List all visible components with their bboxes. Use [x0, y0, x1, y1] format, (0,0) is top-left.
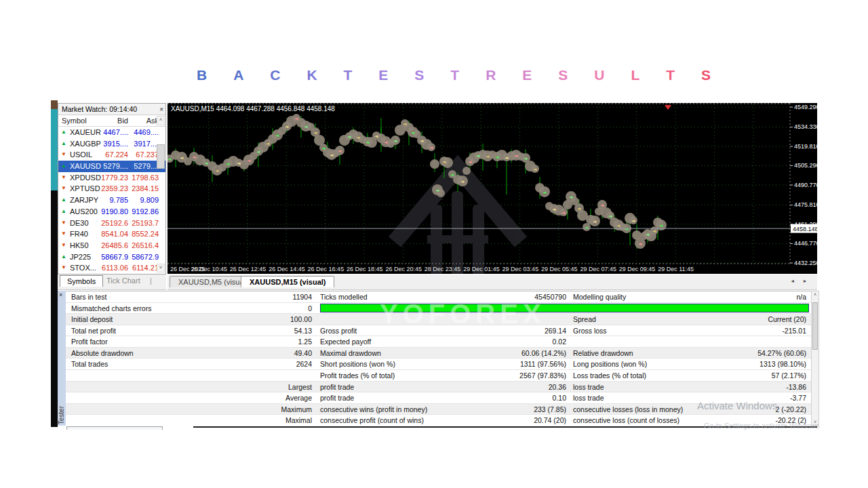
down-arrow-icon: ▼	[61, 264, 66, 270]
trade-arrow-icon: ◄	[577, 206, 581, 211]
trade-arrow-icon: ◄	[505, 155, 509, 161]
report-value: 1.25	[210, 338, 312, 346]
report-value: 60.06 (14.2%)	[465, 349, 566, 357]
trade-arrow-icon: ◄	[167, 157, 172, 162]
symbol-row[interactable]: ▲ZARJPY9.7859.809	[58, 195, 165, 206]
trade-arrow-icon: ◄	[275, 133, 279, 138]
report-row[interactable]: Initial deposit100.00SpreadCurrent (20)	[66, 314, 811, 325]
report-value: Maximum	[210, 405, 312, 413]
report-label: consecutive profit (count of wins)	[320, 416, 424, 424]
tester-close-icon[interactable]: ×	[59, 291, 62, 298]
report-label: Total trades	[71, 360, 108, 368]
ask-value: 5279....	[129, 162, 159, 170]
trade-arrow-icon: ◄	[313, 130, 317, 136]
tab-scroll-arrows-icon[interactable]: ◂ ▸	[791, 278, 810, 284]
report-row[interactable]: Averageprofit trade0.10loss trade-3.77	[66, 392, 811, 404]
time-axis-label: 29 Dec 07:45	[580, 266, 616, 272]
trade-arrow-icon: ◄	[638, 241, 642, 247]
tab-tick-chart[interactable]: Tick Chart	[106, 277, 140, 285]
symbol-row[interactable]: ▼XPTUSD2359.232384.15	[58, 183, 165, 195]
trade-arrow-icon: ◄	[524, 156, 528, 161]
modelling-quality-bar	[320, 304, 809, 312]
scroll-down-icon[interactable]: ˅	[812, 420, 818, 424]
up-arrow-icon: ▲	[61, 140, 66, 146]
report-value: 2567 (97.83%)	[465, 371, 566, 380]
symbol-row[interactable]: ▼FR408541.048552.24	[58, 228, 165, 240]
trade-arrow-icon: ◄	[347, 134, 351, 140]
report-row[interactable]: Profit trades (% of total)2567 (97.83%)L…	[66, 370, 811, 382]
time-axis-label: 28 Dec 23:45	[425, 266, 461, 272]
tester-panel-label: Tester	[58, 406, 66, 424]
bid-value: 6113.06	[98, 264, 128, 272]
trade-arrow-icon: ◄	[204, 161, 208, 166]
scroll-up-icon[interactable]: ˄	[157, 116, 165, 125]
symbol-name: XAUUSD	[70, 162, 101, 170]
report-row[interactable]: Absolute drawdown49.40Maximal drawdown60…	[66, 348, 811, 359]
report-label: Modelling quality	[573, 293, 626, 301]
trade-arrow-icon: ◄	[569, 195, 573, 200]
report-value: -13.86	[705, 383, 806, 391]
symbol-row[interactable]: ▼HK5026485.626516.4	[58, 240, 165, 251]
chart-header: XAUUSD,M15 4464.098 4467.288 4456.848 44…	[171, 105, 335, 113]
chart-canvas[interactable]: ◄◄◄◄◄◄◄◄◄◄◄◄◄◄◄◄◄◄◄◄◄◄◄◄◄◄◄◄◄◄◄◄◄◄◄◄◄◄◄◄…	[167, 103, 817, 274]
tester-scrollbar[interactable]: ˄ ˅	[811, 291, 819, 426]
trade-arrow-icon: ◄	[495, 155, 499, 160]
bid-value: 8541.04	[98, 230, 128, 238]
report-row[interactable]: Total trades2624Short positions (won %)1…	[66, 359, 811, 370]
scroll-down-icon[interactable]: ˅	[157, 264, 165, 272]
trade-arrow-icon: ◄	[659, 223, 663, 228]
symbol-row[interactable]: ▼DE3025192.625193.7	[58, 218, 165, 229]
symbol-row[interactable]: ▲XAUEUR4467....4469....	[58, 127, 165, 138]
tester-scrollbar-thumb[interactable]	[812, 302, 818, 350]
chart-tab-2[interactable]: XAUUSD,M15 (visual)	[241, 276, 334, 287]
report-row[interactable]: Bars in test11904Ticks modelled45450790M…	[66, 291, 811, 303]
market-watch-tabs: Symbols Tick Chart |	[58, 274, 166, 290]
trade-arrow-icon: ◄	[435, 188, 439, 193]
trade-arrow-icon: ◄	[393, 138, 397, 144]
report-label: profit trade	[320, 383, 354, 391]
ask-value: 9192.86	[129, 207, 159, 216]
ask-value: 3917....	[129, 140, 159, 148]
report-label: consecutive wins (profit in money)	[320, 405, 427, 413]
report-row[interactable]: Profit factor1.25Expected payoff0.02	[66, 336, 811, 348]
title-letter: T	[450, 67, 459, 83]
column-header-ask[interactable]: Ask	[129, 117, 159, 125]
chart-tab-bar: ◂ ▸ XAUUSD,M5 (visual)XAUUSD,M15 (visual…	[167, 274, 817, 290]
report-row[interactable]: Maximalconsecutive profit (count of wins…	[66, 415, 811, 426]
ask-value: 26516.4	[129, 241, 159, 249]
title-letter: S	[414, 67, 424, 83]
report-row[interactable]: Largestprofit trade20.36loss trade-13.86	[66, 382, 811, 393]
close-icon[interactable]: ×	[159, 104, 163, 115]
column-header-symbol[interactable]: Symbol	[62, 117, 87, 125]
report-value: 54.13	[210, 327, 312, 335]
report-label: Profit trades (% of total)	[320, 371, 395, 380]
symbol-row[interactable]: ▲AUS2009190.809192.86	[58, 206, 165, 218]
trade-arrow-icon: ◄	[338, 148, 342, 154]
report-label: Gross loss	[573, 327, 607, 335]
symbol-row[interactable]: ▼STOX...6113.066114.21	[58, 262, 165, 274]
down-arrow-icon: ▼	[61, 174, 66, 180]
symbol-row[interactable]: ▲XAUUSD5279....5279....	[58, 161, 165, 172]
time-axis-label: 26 Dec 16:45	[308, 266, 344, 272]
trade-arrow-icon: ◄	[366, 140, 370, 145]
report-label: Relative drawdown	[573, 349, 633, 357]
report-row[interactable]: Maximumconsecutive wins (profit in money…	[66, 404, 811, 415]
symbol-row[interactable]: ▼USOIL67.22467.237	[58, 149, 165, 161]
scroll-up-icon[interactable]: ˄	[812, 292, 818, 297]
symbol-row[interactable]: ▼XPDUSD1779.231798.63	[58, 172, 165, 184]
symbol-name: XPTUSD	[70, 184, 100, 192]
report-row[interactable]: Mismatched charts errors0	[66, 303, 811, 314]
report-row[interactable]: Total net profit54.13Gross profit269.14G…	[66, 325, 811, 337]
bid-value: 58667.9	[98, 253, 128, 261]
column-header-bid[interactable]: Bid	[98, 117, 128, 125]
symbol-row[interactable]: ▲JP22558667.958672.9	[58, 251, 165, 263]
report-value: 0.02	[465, 338, 566, 346]
market-watch-scrollbar-thumb[interactable]	[157, 144, 165, 169]
trade-arrow-icon: ◄	[374, 134, 378, 139]
symbol-name: AUS200	[70, 207, 98, 216]
trade-arrow-icon: ◄	[631, 218, 635, 224]
symbol-row[interactable]: ▲XAUGBP3915....3917....	[58, 138, 165, 150]
price-chart[interactable]: ◄◄◄◄◄◄◄◄◄◄◄◄◄◄◄◄◄◄◄◄◄◄◄◄◄◄◄◄◄◄◄◄◄◄◄◄◄◄◄◄…	[167, 103, 817, 274]
tab-symbols[interactable]: Symbols	[60, 275, 103, 287]
price-axis-label: 4432.250	[794, 260, 817, 266]
